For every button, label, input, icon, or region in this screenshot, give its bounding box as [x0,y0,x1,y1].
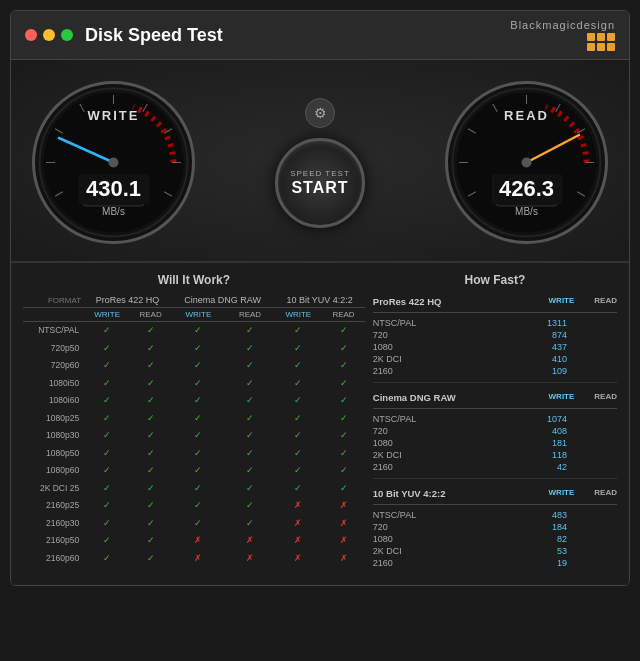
speed-group-name-2: 10 Bit YUV 4:2:2 [373,488,446,499]
cdng-read-cell: ✓ [226,392,275,410]
compat-row: 1080i50 ✓ ✓ ✓ ✓ ✓ ✓ [23,375,365,393]
format-col-header: FORMAT [23,293,84,308]
cdng-write-cell: ✓ [171,427,226,445]
prores-read-cell: ✓ [130,532,171,550]
yuv-write-cell: ✓ [274,392,322,410]
speed-group-header-0: ProRes 422 HQ WRITE READ [373,293,617,308]
left-table: Will It Work? FORMAT ProRes 422 HQ Cinem… [23,273,365,575]
prores-read-cell: ✓ [130,497,171,515]
speed-group-header-2: 10 Bit YUV 4:2:2 WRITE READ [373,485,617,500]
traffic-lights[interactable] [25,29,37,41]
format-cell: 2160p50 [23,532,84,550]
speed-format-0-0: NTSC/PAL [373,318,428,328]
format-cell: 1080p50 [23,445,84,463]
start-button[interactable]: SPEED TEST START [275,138,365,228]
speed-row-0-3: 2K DCI 410 [373,353,617,365]
dot6 [607,43,615,51]
speed-write-val-0-1: 874 [532,330,567,340]
format-cell: 1080p60 [23,462,84,480]
speed-format-0-3: 2K DCI [373,354,428,364]
cdng-write-cell: ✓ [171,462,226,480]
cdng-write-cell: ✓ [171,392,226,410]
prores-write-cell: ✓ [84,392,130,410]
speed-format-2-2: 1080 [373,534,428,544]
cdng-read-cell: ✓ [226,322,275,340]
prores-read-cell: ✓ [130,480,171,498]
read-gauge: READ 426.3 MB/s [444,80,609,245]
speed-read-val-1-2 [587,438,617,448]
speed-write-col-0: WRITE [549,296,575,307]
format-cell: 1080i50 [23,375,84,393]
speed-test-label: SPEED TEST [290,168,350,179]
prores-header: ProRes 422 HQ [84,293,171,308]
speed-row-2-2: 1080 82 [373,533,617,545]
speed-write-val-2-2: 82 [532,534,567,544]
yuv-read-cell: ✓ [322,462,365,480]
read-value-box: 426.3 MB/s [491,174,562,217]
right-table: How Fast? ProRes 422 HQ WRITE READ NTSC/… [373,273,617,575]
speed-row-0-0: NTSC/PAL 1311 [373,317,617,329]
speed-write-val-0-2: 437 [532,342,567,352]
gauge-section: WRITE 430.1 MB/s ⚙ SPEED TEST START [11,60,629,263]
format-cell: 2K DCI 25 [23,480,84,498]
cdng-header: Cinema DNG RAW [171,293,274,308]
yuv-write-header: WRITE [274,308,322,322]
write-gauge-label: WRITE [88,108,140,123]
compat-row: 1080p30 ✓ ✓ ✓ ✓ ✓ ✓ [23,427,365,445]
format-cell: 720p60 [23,357,84,375]
cdng-write-cell: ✓ [171,445,226,463]
right-section-title: How Fast? [373,273,617,287]
speed-group-2: 10 Bit YUV 4:2:2 WRITE READ NTSC/PAL 483… [373,485,617,569]
prores-read-cell: ✓ [130,392,171,410]
cdng-write-cell: ✓ [171,410,226,428]
speed-group-name-1: Cinema DNG RAW [373,392,456,403]
compat-row: 720p60 ✓ ✓ ✓ ✓ ✓ ✓ [23,357,365,375]
speed-read-col-0: READ [594,296,617,307]
speed-read-val-2-4 [587,558,617,568]
cdng-read-cell: ✓ [226,480,275,498]
cdng-write-cell: ✓ [171,340,226,358]
yuv-write-cell: ✓ [274,462,322,480]
cdng-read-cell: ✓ [226,497,275,515]
format-cell: 1080i60 [23,392,84,410]
speed-read-val-1-3 [587,450,617,460]
compat-row: 1080p25 ✓ ✓ ✓ ✓ ✓ ✓ [23,410,365,428]
speed-format-1-1: 720 [373,426,428,436]
prores-read-cell: ✓ [130,462,171,480]
compat-row: 2K DCI 25 ✓ ✓ ✓ ✓ ✓ ✓ [23,480,365,498]
settings-button[interactable]: ⚙ [305,98,335,128]
cdng-read-cell: ✓ [226,445,275,463]
speed-row-1-4: 2160 42 [373,461,617,473]
cdng-write-header: WRITE [171,308,226,322]
speed-row-2-0: NTSC/PAL 483 [373,509,617,521]
yuv-write-cell: ✓ [274,410,322,428]
yuv-write-cell: ✓ [274,340,322,358]
title-bar-left: Disk Speed Test [25,25,223,46]
prores-write-cell: ✓ [84,550,130,568]
speed-format-0-2: 1080 [373,342,428,352]
speed-row-2-4: 2160 19 [373,557,617,569]
cdng-write-cell: ✓ [171,322,226,340]
yuv-write-cell: ✓ [274,445,322,463]
compat-row: 1080i60 ✓ ✓ ✓ ✓ ✓ ✓ [23,392,365,410]
speed-format-0-1: 720 [373,330,428,340]
cdng-write-cell: ✓ [171,480,226,498]
yuv-write-cell: ✓ [274,427,322,445]
format-cell: NTSC/PAL [23,322,84,340]
app-window: Disk Speed Test Blackmagicdesign [10,10,630,586]
prores-write-cell: ✓ [84,410,130,428]
speed-write-val-0-3: 410 [532,354,567,364]
yuv-read-cell: ✓ [322,357,365,375]
cdng-write-cell: ✓ [171,497,226,515]
yuv-read-cell: ✗ [322,532,365,550]
yuv-read-cell: ✓ [322,410,365,428]
speed-row-1-2: 1080 181 [373,437,617,449]
compat-row: 2160p50 ✓ ✓ ✗ ✗ ✗ ✗ [23,532,365,550]
speed-row-2-1: 720 184 [373,521,617,533]
compat-row: 2160p60 ✓ ✓ ✗ ✗ ✗ ✗ [23,550,365,568]
yuv-read-cell: ✓ [322,392,365,410]
yuv-read-cell: ✗ [322,550,365,568]
speed-format-1-2: 1080 [373,438,428,448]
table-section: Will It Work? FORMAT ProRes 422 HQ Cinem… [11,263,629,585]
speed-write-col-1: WRITE [549,392,575,403]
